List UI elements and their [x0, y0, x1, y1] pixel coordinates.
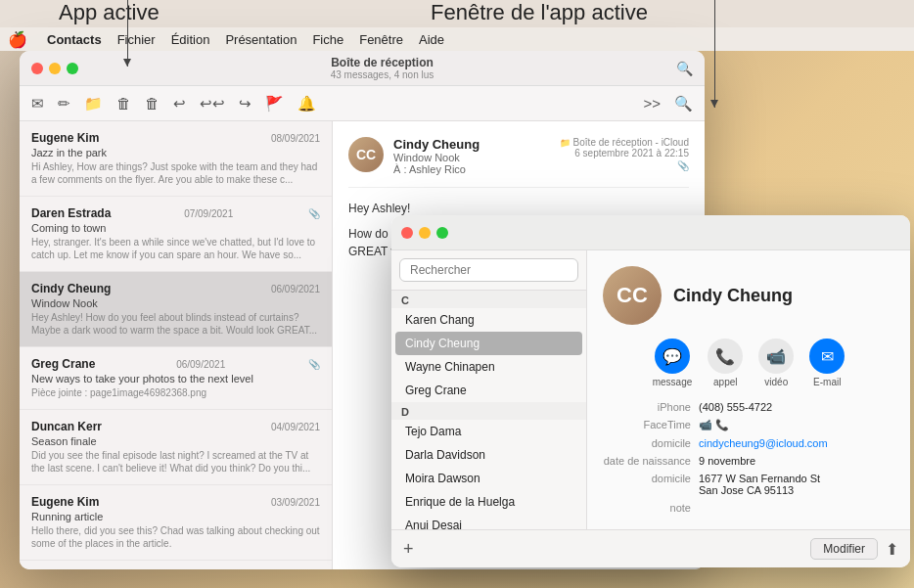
message-item-greg-crane[interactable]: Greg Crane 06/09/2021 📎 New ways to take… [20, 347, 332, 410]
menu-fichier[interactable]: Fichier [117, 32, 156, 47]
contact-karen-chang[interactable]: Karen Chang [395, 308, 582, 332]
field-label-facetime: FaceTime [603, 419, 691, 431]
mail-icon[interactable]: ✉ [31, 95, 44, 113]
field-label-birthday: date de naissance [603, 455, 691, 467]
menu-presentation[interactable]: Présentation [225, 32, 297, 47]
forward-icon[interactable]: ↪ [239, 95, 251, 113]
flag-icon[interactable]: 🚩 [265, 95, 284, 113]
maximize-button[interactable] [67, 63, 78, 74]
contact-greg-crane[interactable]: Greg Crane [395, 379, 582, 402]
reply-icon[interactable]: ↩ [173, 95, 186, 113]
add-contact-button[interactable]: + [403, 539, 414, 560]
message-item-cindy-cheung[interactable]: Cindy Cheung 06/09/2021 Window Nook Hey … [20, 272, 332, 347]
msg-date: 04/09/2021 [271, 422, 320, 432]
action-video[interactable]: 📹 vidéo [758, 339, 794, 387]
delete-icon[interactable]: 🗑 [116, 95, 131, 112]
contacts-search-area [391, 250, 586, 291]
field-value-address: 1677 W San Fernando StSan Jose CA 95113 [699, 473, 894, 496]
contact-field-birthday: date de naissance 9 novembre [603, 455, 894, 467]
menubar: 🍎 Contacts Fichier Édition Présentation … [0, 27, 914, 51]
message-item-eugene-kim-2[interactable]: Eugene Kim 03/09/2021 Running article He… [20, 485, 332, 561]
menu-fiche[interactable]: Fiche [312, 32, 343, 47]
menu-edition[interactable]: Édition [171, 32, 210, 47]
contacts-list: C Karen Chang Cindy Cheung Wayne Chinape… [391, 291, 586, 529]
video-action-label: vidéo [764, 377, 788, 387]
minimize-button[interactable] [419, 227, 431, 239]
message-item-chella-boehm[interactable]: Chella Boehm 03/09/2021 Thank you Everyt… [20, 561, 332, 569]
compose-icon[interactable]: ✏ [58, 95, 70, 113]
msg-subject: Window Nook [31, 297, 320, 309]
mail-toolbar: ✉ ✏ 📁 🗑 🗑 ↩ ↩↩ ↪ 🚩 🔔 >> 🔍 [20, 86, 705, 121]
attachment-clip-icon: 📎 [560, 160, 689, 171]
message-list: Eugene Kim 08/09/2021 Jazz in the park H… [20, 121, 333, 569]
compose-search-icon[interactable]: 🔍 [676, 61, 693, 76]
msg-subject: Season finale [31, 435, 320, 447]
contacts-body: C Karen Chang Cindy Cheung Wayne Chinape… [391, 250, 910, 529]
action-email[interactable]: ✉ E-mail [809, 339, 845, 387]
contact-actions: 💬 message 📞 appel 📹 vidéo ✉ E-mail [603, 339, 894, 387]
more-icon[interactable]: >> [643, 95, 661, 112]
msg-date: 03/09/2021 [271, 497, 320, 508]
field-label-iphone: iPhone [603, 401, 691, 413]
msg-date: 07/09/2021 [184, 208, 233, 219]
contact-field-address: domicile 1677 W San Fernando StSan Jose … [603, 473, 894, 496]
contact-avatar: CC [603, 266, 662, 325]
section-header-c: C [391, 291, 586, 308]
contact-wayne-chinapen[interactable]: Wayne Chinapen [395, 355, 582, 379]
contact-enrique-de-la-huelga[interactable]: Enrique de la Huelga [395, 490, 582, 514]
message-item-duncan-kerr[interactable]: Duncan Kerr 04/09/2021 Season finale Did… [20, 410, 332, 485]
menu-fenetre[interactable]: Fenêtre [359, 32, 403, 47]
junk-icon[interactable]: 🗑 [145, 95, 160, 112]
contact-cindy-cheung[interactable]: Cindy Cheung [395, 332, 582, 355]
msg-sender: Greg Crane [31, 357, 95, 371]
contact-detail-footer: + Modifier ⬆ [391, 529, 910, 567]
sender-company: Window Nook [393, 152, 550, 163]
close-button[interactable] [401, 227, 413, 239]
message-item-eugene-kim-1[interactable]: Eugene Kim 08/09/2021 Jazz in the park H… [20, 121, 332, 197]
contact-detail-header: CC Cindy Cheung [603, 266, 894, 325]
toolbar-search-icon[interactable]: 🔍 [674, 95, 693, 113]
contact-anuj-desai[interactable]: Anuj Desai [395, 514, 582, 529]
section-header-d: D [391, 402, 586, 420]
contact-detail-panel: CC Cindy Cheung 💬 message 📞 appel 📹 vidé… [587, 250, 910, 529]
sender-avatar: CC [348, 137, 384, 172]
message-action-icon: 💬 [655, 339, 690, 374]
apple-menu-icon[interactable]: 🍎 [8, 30, 27, 49]
notification-icon[interactable]: 🔔 [297, 95, 316, 113]
field-value-email[interactable]: cindycheung9@icloud.com [699, 437, 894, 449]
reply-all-icon[interactable]: ↩↩ [200, 95, 225, 113]
email-action-label: E-mail [813, 377, 841, 387]
msg-subject: Running article [31, 511, 320, 522]
attachment-icon: 📎 [308, 359, 320, 370]
msg-preview: Hey Ashley! How do you feel about blinds… [31, 311, 320, 337]
field-label-note: note [603, 502, 691, 514]
message-item-daren-estrada[interactable]: Daren Estrada 07/09/2021 📎 Coming to tow… [20, 197, 332, 272]
minimize-button[interactable] [49, 63, 61, 74]
facetime-phone-icon: 📞 [715, 419, 729, 430]
contact-darla-davidson[interactable]: Darla Davidson [395, 443, 582, 467]
close-button[interactable] [31, 63, 43, 74]
archive-icon[interactable]: 📁 [84, 95, 103, 113]
contacts-search-input[interactable] [399, 258, 578, 282]
contact-tejo-dama[interactable]: Tejo Dama [395, 420, 582, 443]
open-message-header: CC Cindy Cheung Window Nook À : Ashley R… [348, 137, 689, 188]
attachment-icon: 📎 [308, 208, 320, 219]
facetime-video-icon: 📹 [699, 419, 712, 430]
menu-aide[interactable]: Aide [419, 32, 444, 47]
modify-contact-button[interactable]: Modifier [810, 538, 878, 560]
contact-moira-dawson[interactable]: Moira Dawson [395, 467, 582, 490]
field-value-iphone[interactable]: (408) 555-4722 [699, 401, 894, 413]
mail-titlebar: Boîte de réception 43 messages, 4 non lu… [20, 51, 705, 86]
call-action-label: appel [713, 377, 737, 387]
maximize-button[interactable] [436, 227, 448, 239]
action-call[interactable]: 📞 appel [708, 339, 743, 387]
field-label-address: domicile [603, 473, 691, 496]
sender-meta: Cindy Cheung Window Nook À : Ashley Rico [393, 137, 550, 175]
menu-contacts[interactable]: Contacts [47, 32, 102, 47]
contact-name: Cindy Cheung [673, 286, 793, 306]
share-contact-button[interactable]: ⬆ [886, 540, 898, 559]
field-value-facetime[interactable]: 📹 📞 [699, 419, 894, 431]
msg-subject: New ways to take your photos to the next… [31, 373, 320, 384]
action-message[interactable]: 💬 message [653, 339, 693, 387]
msg-sender: Cindy Cheung [31, 282, 111, 295]
